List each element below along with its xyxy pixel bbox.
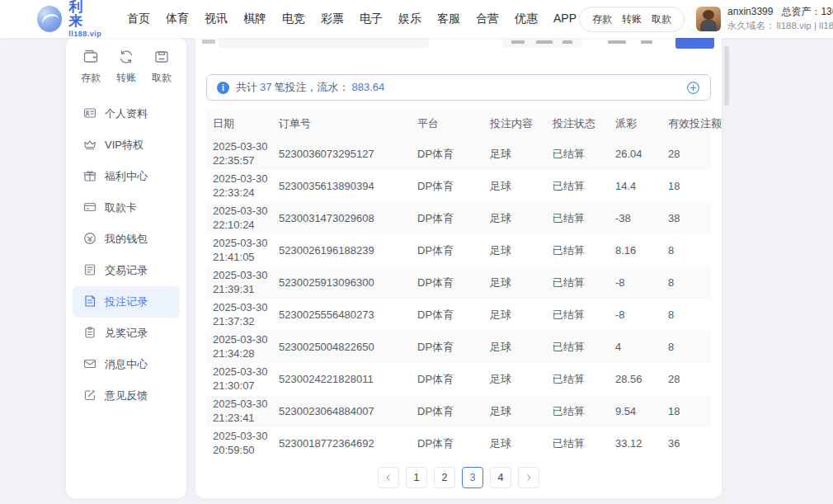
- table-header-row: 日期订单号平台投注内容投注状态派彩有效投注额: [206, 110, 711, 138]
- account-line2: 永久域名：ll188.vip | ll188....: [727, 19, 833, 33]
- quick-action-label: 转账: [116, 71, 136, 85]
- quick-action-transfer[interactable]: 转账: [116, 49, 136, 85]
- filter-input-fragment[interactable]: [219, 38, 429, 48]
- sidebar-item-wallet[interactable]: 我的钱包: [73, 224, 180, 255]
- cell-content: 足球: [483, 234, 546, 266]
- nav-item[interactable]: 体育: [163, 8, 191, 30]
- logo-title: 利来: [68, 0, 103, 28]
- scrollbar-thumb[interactable]: [724, 46, 729, 106]
- quick-action-deposit[interactable]: 存款: [81, 49, 101, 85]
- sidebar-item-withdraw-card[interactable]: 取款卡: [73, 192, 180, 224]
- feedback-icon: [83, 389, 96, 404]
- sidebar-item-vip[interactable]: VIP特权: [73, 130, 180, 161]
- cell-order-no: 5230018772364692: [272, 427, 411, 459]
- page-button[interactable]: 2: [434, 467, 455, 488]
- username: anxin3399: [727, 6, 773, 17]
- cell-platform: DP体育: [411, 170, 483, 202]
- table-row: 2025-03-3021:23:41 5230023064884007 DP体育…: [206, 395, 711, 427]
- cell-order-no: 5230025913096300: [272, 266, 411, 299]
- page: 利来 ll188.vip 首页体育视讯棋牌电竞彩票电子娱乐客服合营优惠APP 存…: [0, 0, 833, 504]
- page-button[interactable]: 3: [462, 467, 483, 488]
- table-row: 2025-03-3021:39:31 5230025913096300 DP体育…: [206, 266, 711, 299]
- cell-order-no: 5230024221828011: [272, 363, 411, 395]
- wallet-pill-action[interactable]: 取款: [652, 12, 671, 26]
- cell-order-no: 5230023064884007: [272, 395, 411, 427]
- nav-item[interactable]: 彩票: [318, 8, 346, 30]
- deposit-icon: [82, 49, 99, 68]
- wallet-pill-action[interactable]: 转账: [622, 12, 642, 26]
- cell-content: 足球: [483, 395, 546, 427]
- filter-segment-fragment[interactable]: [503, 38, 581, 48]
- bet-records-table: 日期订单号平台投注内容投注状态派彩有效投注额 2025-03-3022:35:5…: [206, 110, 711, 459]
- cell-payout: -8: [609, 299, 661, 331]
- column-header: 有效投注额: [661, 110, 711, 138]
- filter-submit-button[interactable]: [675, 38, 714, 49]
- cell-platform: DP体育: [411, 234, 483, 266]
- sidebar-item-prize-records[interactable]: 兑奖记录: [73, 318, 180, 349]
- cell-content: 足球: [483, 331, 546, 363]
- nav-item[interactable]: 合营: [473, 8, 501, 30]
- cell-status: 已结算: [546, 234, 609, 266]
- expand-plus-icon[interactable]: [686, 81, 700, 95]
- nav-item[interactable]: 客服: [435, 8, 463, 30]
- cell-content: 足球: [483, 299, 546, 331]
- cell-status: 已结算: [546, 202, 609, 234]
- site-logo[interactable]: 利来 ll188.vip: [37, 0, 103, 38]
- bet-count: 37: [260, 81, 271, 93]
- cell-content: 足球: [483, 363, 546, 395]
- message-icon: [83, 357, 96, 373]
- bank-card-icon: [83, 200, 96, 216]
- avatar[interactable]: [696, 7, 721, 31]
- next-page-button[interactable]: [518, 467, 539, 488]
- assets-value: 1363.49元: [821, 6, 833, 17]
- nav-item[interactable]: 电竞: [280, 8, 308, 30]
- cell-date: 2025-03-3021:34:28: [206, 331, 272, 363]
- sidebar-item-profile[interactable]: 个人资料: [73, 98, 180, 130]
- sidebar-item-bet-records[interactable]: 投注记录: [73, 286, 180, 318]
- cell-date: 2025-03-3020:59:50: [206, 427, 272, 459]
- cell-status: 已结算: [546, 138, 609, 170]
- nav-item[interactable]: 首页: [125, 8, 153, 30]
- cell-valid-amount: 8: [661, 299, 711, 331]
- table-row: 2025-03-3021:30:07 5230024221828011 DP体育…: [206, 363, 711, 395]
- cell-payout: -38: [609, 202, 661, 234]
- nav-item[interactable]: 娱乐: [396, 8, 424, 30]
- table-row: 2025-03-3021:34:28 5230025004822650 DP体育…: [206, 331, 711, 363]
- nav-item[interactable]: 优惠: [512, 8, 540, 30]
- cell-platform: DP体育: [411, 395, 483, 427]
- cell-payout: 26.04: [609, 138, 661, 170]
- cell-platform: DP体育: [411, 363, 483, 395]
- cell-valid-amount: 28: [661, 138, 711, 170]
- nav-item[interactable]: 棋牌: [241, 8, 269, 30]
- cell-payout: 14.4: [609, 170, 661, 202]
- summary-text: 共计37笔投注，流水：883.64: [236, 80, 387, 95]
- sidebar-item-messages[interactable]: 消息中心: [73, 349, 180, 380]
- filter-chip-fragment[interactable]: [641, 40, 652, 44]
- sidebar-item-transactions[interactable]: 交易记录: [73, 255, 180, 286]
- quick-action-withdraw[interactable]: 取款: [152, 49, 172, 85]
- transactions-icon: [83, 263, 96, 279]
- table-row: 2025-03-3022:33:24 5230035613890394 DP体育…: [206, 170, 711, 202]
- id-card-icon: [83, 106, 96, 122]
- cell-date: 2025-03-3021:39:31: [206, 266, 272, 299]
- column-header: 投注内容: [483, 110, 546, 138]
- cell-valid-amount: 36: [661, 427, 711, 459]
- account-area[interactable]: anxin3399总资产：1363.49元 永久域名：ll188.vip | l…: [696, 5, 833, 33]
- cell-platform: DP体育: [411, 138, 483, 170]
- prev-page-button[interactable]: [378, 467, 399, 488]
- cell-platform: DP体育: [411, 331, 483, 363]
- wallet-pill-action[interactable]: 存款: [592, 12, 612, 26]
- nav-item[interactable]: 视讯: [202, 8, 230, 30]
- sidebar-item-welfare[interactable]: 福利中心: [73, 161, 180, 192]
- nav-item[interactable]: 电子: [357, 8, 385, 30]
- page-button[interactable]: 4: [490, 467, 511, 488]
- sidebar-item-feedback[interactable]: 意见反馈: [73, 380, 180, 412]
- cell-order-no: 5230031473029608: [272, 202, 411, 234]
- filter-chip-fragment[interactable]: [608, 40, 626, 44]
- wallet-icon: [83, 232, 96, 247]
- quick-action-label: 存款: [81, 71, 101, 85]
- crown-icon: [83, 138, 96, 153]
- page-button[interactable]: 1: [406, 467, 427, 488]
- cell-content: 足球: [483, 138, 546, 170]
- nav-item[interactable]: APP: [551, 8, 579, 30]
